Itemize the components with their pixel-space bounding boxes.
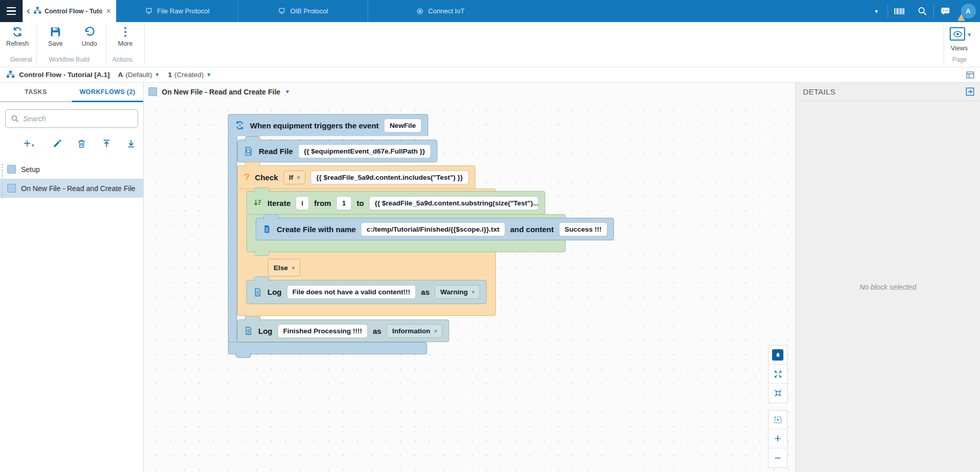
tab-oib-protocol[interactable]: OIB Protocol <box>238 0 368 22</box>
iterator-variable-field[interactable]: i <box>296 196 309 210</box>
messages-icon[interactable] <box>934 0 956 22</box>
chevron-down-icon: ▾ <box>297 175 300 180</box>
views-label: Views <box>951 45 968 52</box>
collapse-all-button[interactable] <box>768 384 787 403</box>
log-level-value: Information <box>392 327 430 335</box>
add-workflow-button[interactable]: + ▾ <box>20 136 37 150</box>
drag-handle[interactable] <box>2 164 3 179</box>
list-item-setup[interactable]: Setup <box>0 160 143 179</box>
workflow-title-dropdown[interactable]: On New File - Read and Create File ▼ <box>148 87 290 96</box>
block-event-trigger[interactable]: When equipment triggers the event NewFil… <box>228 114 428 136</box>
toolbar-divider <box>944 25 944 64</box>
event-sync-icon <box>235 120 245 130</box>
log-level-value: Warning <box>440 288 468 296</box>
button-label: More <box>118 40 132 47</box>
details-empty-message: No block selected <box>796 283 980 291</box>
log-level-dropdown[interactable]: Information ▾ <box>387 324 443 338</box>
sitemap-icon <box>33 6 42 16</box>
else-dropdown[interactable]: Else ▾ <box>268 259 300 276</box>
block-read-file[interactable]: Read File {{ $equipmentEvent_d67e.FullPa… <box>237 140 437 162</box>
file-name-field[interactable]: c:/temp/Tutorial/Finished/{{$scope.i}}.t… <box>361 222 505 236</box>
to-value-field[interactable]: {{ $readFile_5a9d.content.substring(size… <box>369 196 539 210</box>
sidebar-actions: + ▾ <box>0 136 143 152</box>
breadcrumb: Control Flow - Tutorial [A.1] A (Default… <box>0 67 980 83</box>
log-message-field[interactable]: Finished Processing !!!! <box>278 324 368 338</box>
revision-number: 1 <box>168 71 172 79</box>
workflow-icon <box>7 184 16 193</box>
entity-title: Control Flow - Tutorial [A.1] <box>19 71 110 79</box>
content-value-field[interactable]: Success !!! <box>559 222 607 236</box>
undo-button[interactable]: Undo <box>75 26 104 55</box>
workflow-canvas[interactable]: On New File - Read and Create File ▼ Whe… <box>144 83 795 472</box>
export-workflow-button[interactable] <box>98 136 115 150</box>
block-iterate[interactable]: Iterate i from 1 to {{ $readFile_5a9d.co… <box>246 191 545 214</box>
file-path-field[interactable]: {{ $equipmentEvent_d67e.FullPath }} <box>298 144 431 158</box>
block-log-info[interactable]: Log Finished Processing !!!! as Informat… <box>237 319 449 342</box>
event-name-field[interactable]: NewFile <box>384 119 421 133</box>
canvas-zoom-controls: + − <box>768 410 787 468</box>
workflow-list: Setup On New File - Read and Create File <box>0 160 143 198</box>
revision-status: (Created) <box>175 71 204 79</box>
block-label: Create File with name <box>277 225 356 234</box>
tab-workflows[interactable]: WORKFLOWS (2) <box>72 83 144 102</box>
from-value-field[interactable]: 1 <box>336 196 352 210</box>
search-icon <box>11 115 19 123</box>
condition-field[interactable]: {{ $readFile_5a9d.content.includes("Test… <box>311 171 469 184</box>
layout-panel-icon[interactable] <box>966 70 975 81</box>
search-input[interactable] <box>23 115 132 123</box>
list-item-label: On New File - Read and Create File <box>21 184 136 193</box>
tab-connect-iot[interactable]: Connect IoT <box>368 0 512 22</box>
tab-label: OIB Protocol <box>290 7 328 15</box>
block-label: When equipment triggers the event <box>250 121 379 130</box>
toolbar-group-general: General <box>10 56 32 63</box>
block-check[interactable]: ? Check If ▾ {{ $readFile_5a9d.content.i… <box>237 165 475 188</box>
search-icon[interactable] <box>911 0 933 22</box>
expand-panel-icon[interactable] <box>965 87 975 99</box>
chevron-down-icon: ▾ <box>472 289 474 295</box>
file-search-icon <box>244 146 254 156</box>
drag-handle[interactable] <box>2 183 3 198</box>
revision-dropdown[interactable]: 1 (Created) ▼ <box>168 71 211 79</box>
back-chevron-icon[interactable]: ‹ <box>27 5 30 15</box>
refresh-button[interactable]: Refresh <box>3 26 32 55</box>
active-tab-title: Control Flow - Tutorial <box>45 8 102 15</box>
workflow-icon <box>7 165 16 174</box>
user-avatar[interactable]: A <box>956 0 980 22</box>
toolbar-group-workflow-build: Workflow Build <box>49 56 89 63</box>
version-dropdown[interactable]: A (Default) ▼ <box>118 71 160 79</box>
hamburger-menu-icon[interactable] <box>0 0 23 22</box>
list-item-label: Setup <box>21 165 40 174</box>
more-button[interactable]: ⋮ More <box>111 26 140 55</box>
list-item-on-new-file[interactable]: On New File - Read and Create File <box>0 179 143 198</box>
block-log-warning[interactable]: Log File does not have a valid content!!… <box>246 280 487 304</box>
workflow-icon <box>148 87 157 96</box>
fit-to-view-button[interactable] <box>768 410 787 429</box>
operator-dropdown[interactable]: If ▾ <box>283 171 305 184</box>
arrow-down-to-line-icon <box>126 139 136 148</box>
edit-workflow-button[interactable] <box>48 136 66 150</box>
tab-label: File Raw Protocol <box>157 7 209 15</box>
zoom-in-button[interactable]: + <box>768 429 787 448</box>
arrow-up-to-line-icon <box>102 139 111 148</box>
views-button[interactable]: ▾ <box>950 27 971 41</box>
chevron-down-icon: ▾ <box>434 328 437 334</box>
protocol-device-icon <box>278 7 286 15</box>
toolbar-divider <box>144 25 145 64</box>
block-label: Log <box>258 327 273 335</box>
active-app-tab[interactable]: ‹ Control Flow - Tutorial × <box>23 0 116 22</box>
chevron-down-icon[interactable]: ▾ <box>865 0 888 22</box>
log-message-field[interactable]: File does not have a valid content!!! <box>287 285 416 299</box>
tab-tasks[interactable]: TASKS <box>0 83 72 102</box>
block-create-file[interactable]: Create File with name c:/temp/Tutorial/F… <box>256 218 614 240</box>
barcode-scan-icon[interactable] <box>888 0 911 22</box>
format-blocks-button[interactable] <box>768 346 787 365</box>
import-workflow-button[interactable] <box>122 136 140 150</box>
log-level-dropdown[interactable]: Warning ▾ <box>435 285 481 299</box>
save-button[interactable]: Save <box>41 26 70 55</box>
zoom-out-button[interactable]: − <box>768 448 787 467</box>
delete-workflow-button[interactable] <box>73 136 90 150</box>
close-tab-icon[interactable]: × <box>105 7 112 16</box>
tab-file-raw-protocol[interactable]: File Raw Protocol <box>116 0 238 22</box>
block-label: Check <box>255 173 278 182</box>
expand-all-button[interactable] <box>768 365 787 384</box>
